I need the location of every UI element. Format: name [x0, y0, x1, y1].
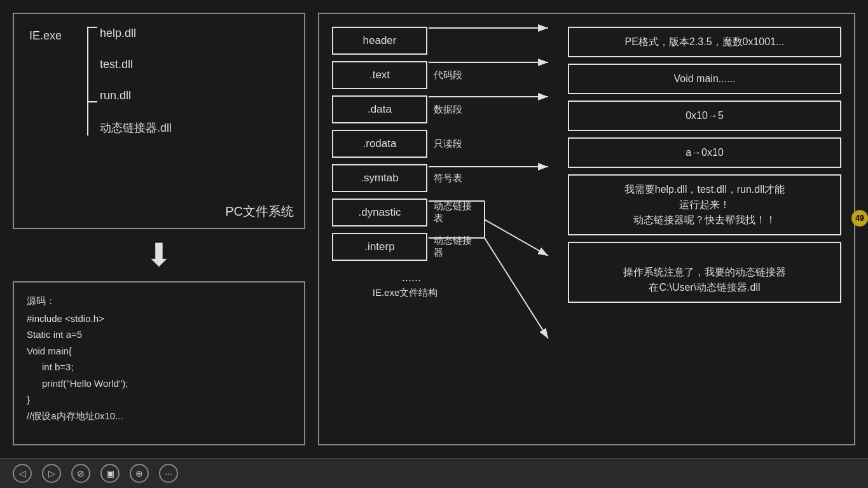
list-item: help.dll	[100, 27, 172, 40]
section-row-symtab: .symtab 符号表	[332, 164, 478, 192]
list-item: 动态链接器.dll	[100, 120, 172, 136]
badge: 49	[851, 210, 868, 227]
section-header: header	[332, 27, 427, 55]
section-rodata-label: 只读段	[434, 138, 478, 150]
dll-list: help.dll test.dll run.dll 动态链接器.dll	[100, 27, 172, 136]
edit-button[interactable]: ⊘	[71, 464, 90, 483]
svg-line-8	[485, 220, 548, 256]
section-symtab: .symtab	[332, 164, 427, 192]
section-row-interp: .interp 动态链接器	[332, 233, 478, 261]
right-panel: header .text 代码段 .data 数据段 .rodata 只读段 .…	[318, 13, 855, 445]
source-line-2: Static int a=5	[27, 326, 291, 343]
source-line-4: int b=3;	[27, 359, 291, 375]
source-line-1: #include <stdio.h>	[27, 310, 291, 327]
desc-text: Void main......	[568, 64, 841, 94]
source-line-7: //假设a内存地址0x10...	[27, 408, 291, 424]
ie-file-label: IE.exe文件结构	[332, 287, 478, 299]
main-container: IE.exe help.dll test.dll run.dll 动态链接器.d…	[0, 0, 868, 458]
section-dynastic: .dynastic	[332, 199, 427, 227]
desc-header: PE格式，版本2.3.5，魔数0x1001...	[568, 27, 841, 57]
more-button[interactable]: ···	[159, 464, 178, 483]
section-interp: .interp	[332, 233, 427, 261]
section-rodata: .rodata	[332, 130, 427, 158]
section-text: .text	[332, 61, 427, 89]
section-row-header: header	[332, 27, 478, 55]
source-line-5: printf("Hello World");	[27, 375, 291, 392]
bottom-toolbar: ◁ ▷ ⊘ ▣ ⊕ ···	[0, 458, 868, 488]
prev-button[interactable]: ◁	[13, 464, 32, 483]
section-row-rodata: .rodata 只读段	[332, 130, 478, 158]
descriptions-area: PE格式，版本2.3.5，魔数0x1001... Void main......…	[568, 27, 841, 303]
section-symtab-label: 符号表	[434, 172, 478, 185]
zoom-button[interactable]: ⊕	[130, 464, 149, 483]
desc-dynastic: 我需要help.dll，test.dll，run.dll才能 运行起来！ 动态链…	[568, 174, 841, 235]
list-item: test.dll	[100, 58, 172, 71]
source-code-box: 源码： #include <stdio.h> Static int a=5 Vo…	[13, 281, 305, 445]
desc-data: 0x10→5	[568, 101, 841, 131]
section-row-text: .text 代码段	[332, 61, 478, 89]
desc-symtab: a→0x10	[568, 137, 841, 168]
ellipsis: ......	[332, 271, 478, 284]
section-data-label: 数据段	[434, 104, 478, 116]
source-label: 源码：	[27, 293, 291, 309]
filesystem-box: IE.exe help.dll test.dll run.dll 动态链接器.d…	[13, 13, 305, 229]
svg-line-9	[485, 238, 548, 338]
source-line-3: Void main{	[27, 343, 291, 359]
filesystem-title: PC文件系统	[225, 203, 294, 220]
section-text-label: 代码段	[434, 69, 478, 81]
list-item: run.dll	[100, 89, 172, 102]
source-line-6: }	[27, 391, 291, 408]
grid-button[interactable]: ▣	[100, 464, 120, 483]
left-panel: IE.exe help.dll test.dll run.dll 动态链接器.d…	[13, 13, 305, 445]
next-button[interactable]: ▷	[42, 464, 61, 483]
section-interp-label: 动态链接器	[434, 235, 478, 259]
ie-exe-label: IE.exe	[29, 27, 62, 136]
sections-area: header .text 代码段 .data 数据段 .rodata 只读段 .…	[332, 27, 478, 299]
desc-interp: 操作系统注意了，我要的动态链接器 在C:\User\动态链接器.dll	[568, 242, 841, 303]
section-data: .data	[332, 95, 427, 123]
section-dynastic-label: 动态链接表	[434, 200, 478, 225]
down-arrow-icon: ⬇	[13, 239, 305, 271]
section-row-data: .data 数据段	[332, 95, 478, 123]
section-row-dynastic: .dynastic 动态链接表	[332, 199, 478, 227]
